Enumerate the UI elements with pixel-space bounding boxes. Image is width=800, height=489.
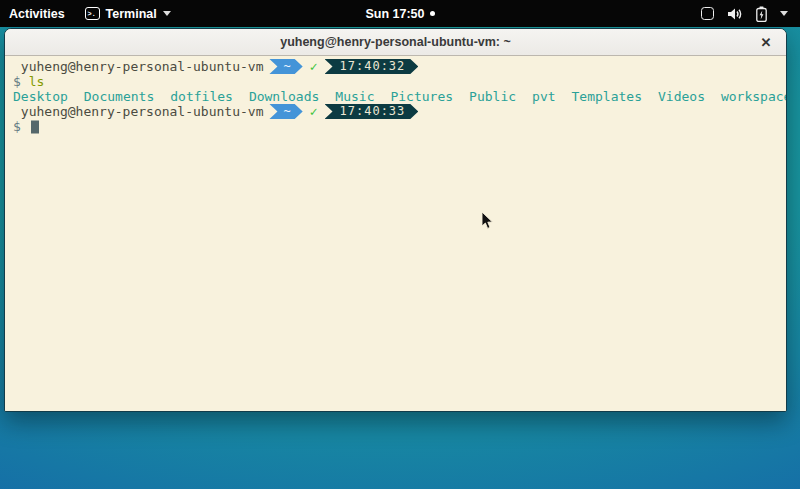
- top-bar: Activities Terminal Sun 17:50: [0, 0, 800, 27]
- prompt-line: yuheng@henry-personal-ubuntu-vm ~ ✓ 17:4…: [13, 59, 786, 74]
- terminal-icon: [85, 7, 100, 20]
- directory-name: Public: [469, 89, 516, 104]
- prompt-symbol: $: [13, 119, 29, 134]
- input-line[interactable]: $: [13, 119, 786, 134]
- prompt-time-segment: 17:40:32: [325, 59, 419, 74]
- battery-charging-icon: [756, 6, 767, 22]
- window-titlebar[interactable]: yuheng@henry-personal-ubuntu-vm: ~ ✕: [5, 29, 786, 56]
- volume-icon: [727, 7, 743, 21]
- chevron-down-icon: [780, 11, 788, 16]
- chevron-down-icon: [163, 11, 171, 16]
- activities-label: Activities: [9, 7, 65, 21]
- prompt-user-host: yuheng@henry-personal-ubuntu-vm: [13, 59, 263, 74]
- directory-name: workspace: [721, 89, 787, 104]
- text-cursor: [31, 121, 39, 134]
- directory-name: Videos: [658, 89, 705, 104]
- app-menu-label: Terminal: [106, 7, 157, 21]
- command-line: $ ls: [13, 74, 786, 89]
- prompt-user-host: yuheng@henry-personal-ubuntu-vm: [13, 104, 263, 119]
- terminal-output-area[interactable]: yuheng@henry-personal-ubuntu-vm ~ ✓ 17:4…: [5, 56, 786, 411]
- mouse-cursor-icon: [481, 211, 494, 230]
- system-status-area[interactable]: [689, 0, 800, 27]
- terminal-window: yuheng@henry-personal-ubuntu-vm: ~ ✕ yuh…: [4, 28, 787, 412]
- prompt-directory-segment: ~: [269, 104, 302, 119]
- clock-button[interactable]: Sun 17:50: [365, 7, 424, 21]
- directory-name: dotfiles: [170, 89, 233, 104]
- directory-name: Documents: [84, 89, 154, 104]
- directory-name: Desktop: [13, 89, 68, 104]
- prompt-symbol: $: [13, 74, 29, 89]
- directory-name: Downloads: [249, 89, 319, 104]
- directory-name: pvt: [532, 89, 555, 104]
- directory-name: Pictures: [390, 89, 453, 104]
- prompt-time-segment: 17:40:33: [325, 104, 419, 119]
- directory-name: Templates: [572, 89, 642, 104]
- prompt-line: yuheng@henry-personal-ubuntu-vm ~ ✓ 17:4…: [13, 104, 786, 119]
- check-icon: ✓: [310, 59, 318, 74]
- app-menu-button[interactable]: Terminal: [77, 0, 179, 27]
- close-icon[interactable]: ✕: [753, 29, 779, 56]
- check-icon: ✓: [310, 104, 318, 119]
- prompt-directory-segment: ~: [269, 59, 302, 74]
- activities-button[interactable]: Activities: [0, 0, 77, 27]
- command-text: ls: [29, 74, 45, 89]
- notification-dot: [430, 11, 435, 16]
- screen-icon: [701, 7, 714, 20]
- directory-name: Music: [335, 89, 374, 104]
- window-title: yuheng@henry-personal-ubuntu-vm: ~: [280, 35, 511, 49]
- ls-output-line: Desktop Documents dotfiles Downloads Mus…: [13, 89, 786, 104]
